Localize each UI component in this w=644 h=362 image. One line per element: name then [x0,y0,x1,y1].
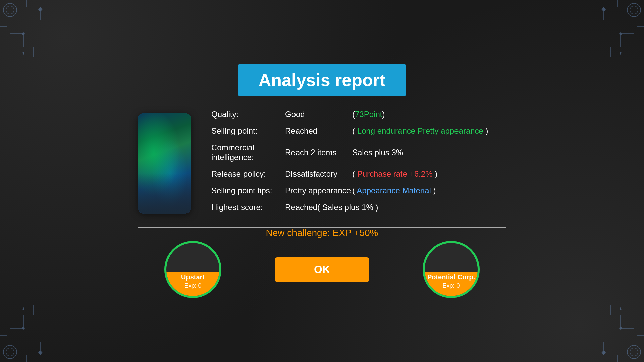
svg-marker-65 [620,308,621,310]
bottom-section: New challenge: EXP +50% Upstart Exp: 0 O… [138,241,506,298]
sp-prefix: ( [352,126,357,135]
svg-point-17 [627,3,641,17]
quality-row: Quality: Good (73Point) [211,110,506,119]
svg-marker-30 [602,7,605,9]
upstart-circle: Upstart Exp: 0 [164,241,221,298]
quality-points: 73Point [355,110,382,119]
spt-prefix: ( [352,186,357,195]
rp-suffix: ) [432,169,437,178]
svg-point-0 [3,3,17,17]
selling-point-tips-row: Selling point tips: Pretty appearance ( … [211,186,506,195]
svg-marker-48 [23,308,24,310]
potential-corp-circle: Potential Corp. Exp: 0 [423,241,480,298]
selling-point-label: Selling point: [211,126,285,136]
spt-extra: ( Appearance Material ) [352,186,436,195]
svg-point-27 [620,33,622,35]
rp-rate: Purchase rate +6.2% [357,169,433,178]
ok-button[interactable]: OK [275,257,369,282]
svg-marker-13 [39,7,42,9]
quality-extra-prefix: ( [352,110,355,119]
potential-corp-name: Potential Corp. [427,273,475,281]
phone-aurora [138,173,191,214]
svg-point-10 [22,33,24,35]
hs-label: Highest score: [211,203,285,212]
ci-label: Commercialintelligence: [211,143,285,162]
highest-score-row: Highest score: Reached( Sales plus 1% ) [211,203,506,212]
bottom-area: Upstart Exp: 0 OK Potential Corp. Exp: 0 [138,241,506,298]
svg-point-44 [22,327,24,329]
svg-point-61 [620,327,622,329]
challenge-text: New challenge: EXP +50% [266,228,378,238]
rp-prefix: ( [352,169,357,178]
rp-label: Release policy: [211,169,285,179]
content-area: Quality: Good (73Point) Selling point: R… [138,106,506,214]
spt-value: Pretty appearance [285,186,352,195]
quality-extra-suffix: ) [382,110,385,119]
hs-value: Reached( Sales plus 1% ) [285,203,378,212]
upstart-exp: Exp: 0 [184,282,201,289]
rp-extra: ( Purchase rate +6.2% ) [352,169,437,179]
potential-corp-exp: Exp: 0 [442,282,460,289]
spt-label: Selling point tips: [211,186,285,195]
sp-tags: Long endurance Pretty appearance [357,126,483,135]
rp-value: Dissatisfactory [285,169,352,179]
ci-value: Reach 2 items [285,148,352,157]
spt-tags: Appearance Material [357,186,431,195]
upstart-content: Upstart Exp: 0 [181,243,205,296]
phone-image [138,113,191,214]
spt-suffix: ) [431,186,436,195]
page-title: Analysis report [259,70,386,90]
selling-point-value: Reached [285,126,352,136]
selling-point-row: Selling point: Reached ( Long endurance … [211,126,506,136]
svg-point-34 [3,345,17,359]
svg-marker-64 [602,353,605,355]
svg-marker-14 [23,52,24,54]
title-box: Analysis report [238,64,406,96]
sp-suffix: ) [483,126,488,135]
selling-point-extra: ( Long endurance Pretty appearance ) [352,126,488,136]
svg-point-1 [6,6,14,14]
quality-label: Quality: [211,110,285,119]
quality-extra: (73Point) [352,110,385,119]
quality-value: Good [285,110,352,119]
commercial-intelligence-row: Commercialintelligence: Reach 2 items Sa… [211,143,506,162]
svg-point-18 [630,6,638,14]
svg-point-52 [630,348,638,356]
svg-point-35 [6,348,14,356]
potential-corp-content: Potential Corp. Exp: 0 [427,243,475,296]
ci-extra: Sales plus 3% [352,148,403,157]
svg-marker-47 [39,353,42,355]
release-policy-row: Release policy: Dissatisfactory ( Purcha… [211,169,506,179]
svg-point-51 [627,345,641,359]
stats-area: Quality: Good (73Point) Selling point: R… [211,106,506,212]
upstart-name: Upstart [181,273,205,281]
svg-marker-31 [620,52,621,54]
